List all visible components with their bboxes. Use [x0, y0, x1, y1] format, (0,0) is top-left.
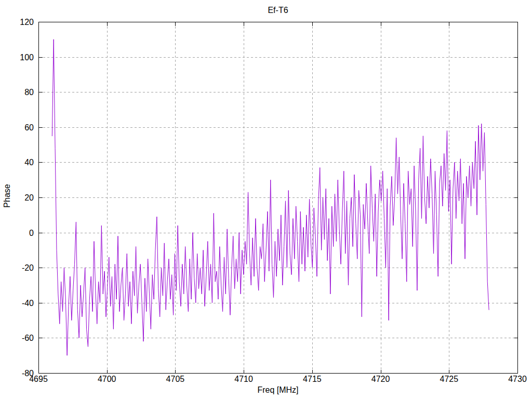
y-tick-label: 60 [24, 123, 34, 132]
chart-title: Ef-T6 [268, 6, 288, 15]
x-axis-label: Freq [MHz] [257, 385, 298, 395]
y-tick-label: -80 [22, 369, 34, 378]
y-tick-label: 80 [24, 88, 34, 97]
y-tick-label: -20 [22, 263, 34, 272]
y-tick-label: 120 [20, 18, 34, 26]
y-tick-label: -40 [22, 299, 34, 308]
y-tick-label: 40 [24, 158, 34, 167]
x-tick-label: 4715 [303, 375, 322, 383]
y-tick-label: -60 [22, 334, 34, 342]
x-tick-label: 4710 [234, 375, 253, 383]
x-tick-label: 4725 [440, 375, 459, 383]
y-tick-label: 100 [20, 53, 34, 62]
y-tick-label: 0 [29, 229, 34, 237]
x-tick-label: 4730 [508, 375, 527, 383]
y-tick-label: 20 [24, 193, 34, 202]
x-tick-label: 4720 [371, 375, 390, 383]
phase-vs-freq-plot: 46954700470547104715472047254730-80-60-4… [0, 0, 532, 399]
chart-page: Ef-T6 Phase Freq [MHz] 46954700470547104… [0, 0, 532, 399]
x-tick-label: 4705 [166, 375, 185, 383]
y-axis-label: Phase [2, 170, 12, 222]
x-tick-label: 4700 [98, 375, 116, 383]
